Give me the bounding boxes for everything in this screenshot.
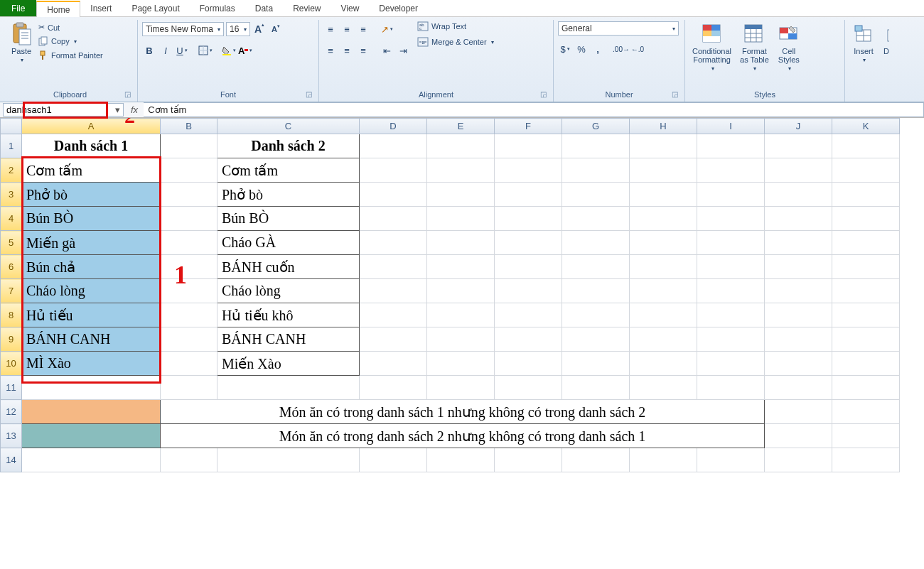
- dropdown-icon[interactable]: ▾: [112, 104, 123, 115]
- cell-B11[interactable]: [161, 376, 217, 400]
- col-header-B[interactable]: B: [161, 119, 217, 134]
- col-header-H[interactable]: H: [630, 119, 697, 134]
- cell-H4[interactable]: [630, 207, 697, 231]
- tab-home[interactable]: Home: [36, 1, 80, 17]
- cut-button[interactable]: ✂ Cut: [38, 23, 103, 32]
- cell-K12[interactable]: [832, 400, 900, 424]
- cell-C2[interactable]: Cơm tấm: [217, 158, 360, 183]
- cell-D1[interactable]: [360, 134, 427, 158]
- cell-B10[interactable]: [161, 352, 217, 376]
- decrease-indent-button[interactable]: ⇤: [380, 43, 394, 58]
- cell-I11[interactable]: [697, 376, 765, 400]
- number-format-select[interactable]: General▾: [558, 21, 679, 36]
- cell-C7[interactable]: Cháo lòng: [217, 279, 360, 303]
- cell-B6[interactable]: [161, 255, 217, 279]
- row-header-1[interactable]: 1: [1, 134, 22, 158]
- cell-H2[interactable]: [630, 158, 697, 183]
- tab-view[interactable]: View: [331, 0, 370, 16]
- cell-H10[interactable]: [630, 352, 697, 376]
- formula-input[interactable]: Cơm tấm: [144, 102, 924, 117]
- cell-B3[interactable]: [161, 183, 217, 207]
- cell-F8[interactable]: [495, 303, 562, 327]
- cell-J5[interactable]: [765, 231, 832, 255]
- row-header-5[interactable]: 5: [1, 231, 22, 255]
- cell-A10[interactable]: MÌ Xào: [22, 352, 161, 376]
- cell-D11[interactable]: [360, 376, 427, 400]
- cell-H1[interactable]: [630, 134, 697, 158]
- cell-H5[interactable]: [630, 231, 697, 255]
- percent-button[interactable]: %: [574, 42, 589, 56]
- cell-C9[interactable]: BÁNH CANH: [217, 327, 360, 352]
- row-header-14[interactable]: 14: [1, 448, 22, 472]
- cell-F7[interactable]: [495, 279, 562, 303]
- cell-K6[interactable]: [832, 255, 900, 279]
- cell-F10[interactable]: [495, 352, 562, 376]
- align-bottom-button[interactable]: ≡: [356, 22, 370, 36]
- cell-G1[interactable]: [562, 134, 630, 158]
- copy-button[interactable]: Copy ▾: [38, 36, 103, 46]
- borders-button[interactable]: [198, 43, 213, 58]
- cell-F2[interactable]: [495, 158, 562, 183]
- align-center-button[interactable]: ≡: [340, 43, 354, 58]
- cell-D4[interactable]: [360, 207, 427, 231]
- cell-B1[interactable]: [161, 134, 217, 158]
- increase-indent-button[interactable]: ⇥: [396, 43, 410, 58]
- cell-J7[interactable]: [765, 279, 832, 303]
- cell-K13[interactable]: [832, 424, 900, 448]
- tab-page-layout[interactable]: Page Layout: [122, 0, 189, 16]
- cell-D7[interactable]: [360, 279, 427, 303]
- tab-insert[interactable]: Insert: [80, 0, 122, 16]
- cell-E9[interactable]: [427, 327, 495, 352]
- cell-K4[interactable]: [832, 207, 900, 231]
- delete-cells-button[interactable]: D: [881, 21, 889, 57]
- decrease-decimal-button[interactable]: ←.0: [630, 42, 645, 56]
- row-header-13[interactable]: 13: [1, 424, 22, 448]
- col-header-J[interactable]: J: [765, 119, 832, 134]
- dialog-launcher-icon[interactable]: ◲: [670, 90, 679, 99]
- row-header-4[interactable]: 4: [1, 207, 22, 231]
- dialog-launcher-icon[interactable]: ◲: [304, 90, 313, 99]
- align-top-button[interactable]: ≡: [323, 22, 338, 36]
- cell-C6[interactable]: BÁNH cuốn: [217, 255, 360, 279]
- tab-developer[interactable]: Developer: [369, 0, 428, 16]
- cell-K11[interactable]: [832, 376, 900, 400]
- cell-H8[interactable]: [630, 303, 697, 327]
- merge-center-button[interactable]: a Merge & Center ▾: [417, 37, 494, 47]
- cell-J6[interactable]: [765, 255, 832, 279]
- cell-I5[interactable]: [697, 231, 765, 255]
- cell-B12[interactable]: Món ăn có trong danh sách 1 nhưng không …: [161, 400, 765, 424]
- row-header-3[interactable]: 3: [1, 183, 22, 207]
- cell-C8[interactable]: Hủ tiếu khô: [217, 303, 360, 327]
- cell-K14[interactable]: [832, 448, 900, 472]
- font-name-select[interactable]: Times New Roma▾: [142, 22, 224, 36]
- cell-F4[interactable]: [495, 207, 562, 231]
- comma-button[interactable]: ,: [591, 42, 605, 56]
- col-header-D[interactable]: D: [360, 119, 427, 134]
- tab-formulas[interactable]: Formulas: [190, 0, 245, 16]
- cell-B8[interactable]: [161, 303, 217, 327]
- cell-D9[interactable]: [360, 327, 427, 352]
- dialog-launcher-icon[interactable]: ◲: [539, 90, 547, 99]
- tab-data[interactable]: Data: [245, 0, 283, 16]
- cell-H3[interactable]: [630, 183, 697, 207]
- cell-F3[interactable]: [495, 183, 562, 207]
- cell-F5[interactable]: [495, 231, 562, 255]
- cell-styles-button[interactable]: Cell Styles▾: [775, 21, 803, 73]
- cell-E11[interactable]: [427, 376, 495, 400]
- cell-G4[interactable]: [562, 207, 630, 231]
- cell-D14[interactable]: [360, 448, 427, 472]
- cell-E10[interactable]: [427, 352, 495, 376]
- font-color-button[interactable]: A: [238, 43, 252, 58]
- cell-F11[interactable]: [495, 376, 562, 400]
- cell-G8[interactable]: [562, 303, 630, 327]
- increase-decimal-button[interactable]: .00→: [614, 42, 628, 56]
- cell-H6[interactable]: [630, 255, 697, 279]
- cell-B4[interactable]: [161, 207, 217, 231]
- cell-K3[interactable]: [832, 183, 900, 207]
- row-header-9[interactable]: 9: [1, 327, 22, 352]
- cell-A1[interactable]: Danh sách 1: [22, 134, 161, 158]
- cell-I7[interactable]: [697, 279, 765, 303]
- fx-icon[interactable]: fx: [131, 104, 138, 115]
- cell-C3[interactable]: Phở bò: [217, 183, 360, 207]
- row-header-10[interactable]: 10: [1, 352, 22, 376]
